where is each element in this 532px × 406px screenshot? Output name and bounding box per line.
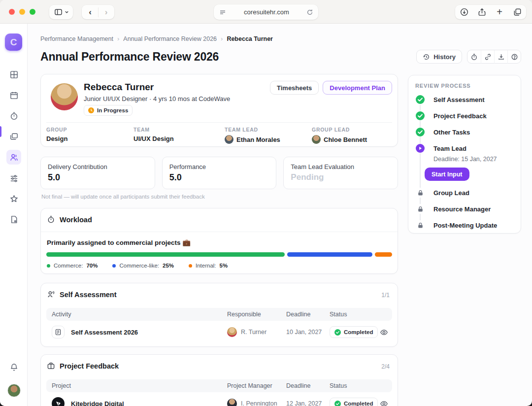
view-eye-icon[interactable]: [380, 400, 388, 406]
workload-stacked-bar: [46, 252, 392, 257]
minimize-window-button[interactable]: [19, 9, 25, 15]
sidebar-item-time-tracking[interactable]: [6, 108, 21, 123]
bar-segment-commerce-like: [287, 252, 372, 257]
history-button[interactable]: History: [416, 50, 462, 64]
step-label: Resource Manager: [433, 205, 491, 213]
table-row[interactable]: Kitebridge Digital I. Pennington 12 Jan,…: [46, 392, 392, 406]
timesheets-button[interactable]: Timesheets: [270, 81, 319, 95]
legend-dot: [189, 264, 192, 268]
self-assessment-card: Self Assessment 1/1 Activity Responsible…: [40, 283, 398, 347]
step-label: Group Lead: [433, 189, 469, 197]
start-input-button[interactable]: Start Input: [425, 168, 469, 181]
reader-icon[interactable]: [219, 8, 227, 16]
workload-card: Workload Primarily assigned to commercia…: [40, 208, 398, 274]
legend-item-commerce-like: Commerce-like: 25%: [112, 263, 174, 269]
help-button[interactable]: [507, 50, 521, 64]
close-window-button[interactable]: [9, 9, 15, 15]
employee-avatar: [51, 83, 78, 110]
sidebar-item-settings-sliders[interactable]: [6, 170, 21, 185]
column-status: Status: [330, 382, 380, 389]
back-button[interactable]: ‹: [82, 7, 98, 17]
window-controls: [9, 9, 35, 15]
legend-dot: [112, 264, 116, 268]
view-eye-icon[interactable]: [380, 328, 388, 337]
team-lead-value: Ethan Morales: [236, 136, 280, 143]
breadcrumb-item[interactable]: Performance Management: [40, 35, 113, 42]
group-value: Design: [46, 135, 67, 142]
project-feedback-header: Project Feedback: [47, 362, 119, 370]
reload-icon[interactable]: [306, 9, 313, 16]
step-project-feedback: Project Feedback: [415, 111, 516, 121]
sidebar-panel-icon: [54, 7, 63, 17]
download-button[interactable]: [494, 50, 507, 64]
check-circle-icon: [415, 127, 425, 137]
column-status: Status: [330, 311, 380, 318]
new-tab-icon[interactable]: +: [495, 7, 504, 17]
group-label: GROUP: [46, 127, 67, 133]
self-assessment-progress: 1/1: [381, 292, 390, 299]
step-team-lead: Team Lead: [415, 143, 516, 153]
sidebar-item-projects[interactable]: [6, 129, 21, 144]
utility-button-group: [467, 50, 521, 64]
stopwatch-icon: [47, 215, 55, 224]
breadcrumb-separator-icon: ›: [221, 35, 223, 42]
step-label: Project Feedback: [433, 112, 487, 120]
column-deadline: Deadline: [286, 382, 330, 389]
org-team-lead: TEAM LEAD Ethan Morales: [225, 127, 280, 144]
review-process-steps: Self Assessment Project Feedback Other T…: [415, 95, 516, 237]
downloads-icon[interactable]: [460, 7, 469, 17]
group-lead-value: Chloe Bennett: [324, 136, 367, 143]
legend-item-commerce: Commerce: 70%: [47, 263, 98, 269]
step-label: Self Assessment: [433, 96, 485, 103]
development-plan-button[interactable]: Development Plan: [323, 81, 392, 95]
table-row[interactable]: Self Assessment 2026 R. Turner 10 Jan, 2…: [46, 321, 392, 343]
tab-overview-icon[interactable]: [513, 7, 522, 17]
employee-profile-card: Rebecca Turner Junior UI/UX Designer · 4…: [40, 74, 398, 147]
briefcase-icon: [47, 362, 55, 370]
toolbar-actions: +: [455, 5, 526, 19]
kitebridge-logo: [52, 397, 65, 406]
workload-header: Workload: [47, 215, 92, 224]
step-self-assessment: Self Assessment: [415, 95, 516, 104]
current-user-avatar[interactable]: [7, 384, 21, 397]
group-lead-label: GROUP LEAD: [312, 127, 367, 133]
notifications-bell-icon[interactable]: [9, 363, 19, 372]
browser-window: ‹ › coresuitehr.com + C: [0, 0, 532, 406]
workload-legend: Commerce: 70% Commerce-like: 25% Interna…: [47, 263, 228, 269]
column-responsible: Responsible: [227, 311, 286, 318]
responsible-avatar: [227, 327, 237, 337]
bar-segment-internal: [375, 252, 392, 257]
employee-name: Rebecca Turner: [84, 82, 154, 93]
sidebar-item-dashboard[interactable]: [6, 67, 21, 82]
step-other-tasks: Other Tasks: [415, 127, 516, 137]
in-progress-clock-icon: [88, 107, 94, 113]
legend-dot: [47, 264, 50, 268]
self-assessment-title: Self Assessment: [60, 291, 117, 299]
team-lead-avatar: [225, 135, 233, 144]
sidebar-item-people[interactable]: [6, 150, 21, 165]
breadcrumb-item-current: Rebecca Turner: [227, 35, 273, 42]
status-label: Completed: [344, 401, 373, 406]
project-feedback-progress: 2/4: [381, 363, 390, 370]
breadcrumb-item[interactable]: Annual Performance Review 2026: [123, 35, 217, 42]
sidebar-toggle-button[interactable]: [49, 5, 73, 19]
copy-link-button[interactable]: [481, 50, 494, 64]
metric-value: 5.0: [48, 172, 148, 183]
forward-button[interactable]: ›: [98, 7, 114, 17]
timer-button[interactable]: [467, 50, 481, 64]
address-bar[interactable]: coresuitehr.com: [214, 4, 318, 20]
step-label: Other Tasks: [433, 129, 470, 136]
metric-value: 5.0: [169, 172, 269, 183]
sidebar-item-favorites[interactable]: [6, 191, 21, 206]
share-icon[interactable]: [477, 7, 487, 17]
legend-value: 25%: [163, 263, 174, 269]
sidebar-item-calendar[interactable]: [6, 88, 21, 102]
sidebar-item-documents[interactable]: [6, 212, 21, 227]
history-nav: ‹ ›: [82, 5, 114, 19]
team-label: TEAM: [133, 127, 174, 133]
profile-actions: Timesheets Development Plan: [270, 81, 392, 95]
zoom-window-button[interactable]: [30, 9, 35, 15]
app-logo[interactable]: C: [5, 34, 22, 51]
workload-summary: Primarily assigned to commercial project…: [47, 238, 191, 246]
table-header: Project Project Manager Deadline Status: [46, 379, 392, 392]
